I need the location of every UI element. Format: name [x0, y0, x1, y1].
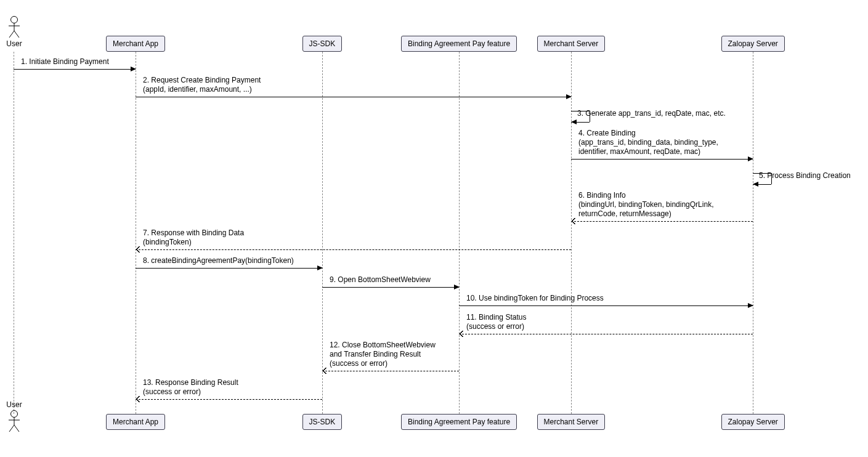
message-label-6: 6. Binding Info (bindingUrl, bindingToke… [578, 191, 713, 219]
message-label-1: 1. Initiate Binding Payment [21, 57, 109, 67]
participant-binding_feature: Binding Agreement Pay feature [401, 414, 517, 430]
lifeline-zalopay_server [753, 52, 753, 414]
participant-zalopay_server: Zalopay Server [721, 414, 785, 430]
message-label-12: 12. Close BottomSheetWebview and Transfe… [330, 341, 436, 368]
svg-line-4 [14, 31, 19, 38]
message-7 [136, 249, 571, 250]
message-9 [322, 287, 459, 288]
lifeline-merchant_server [571, 52, 572, 414]
message-1 [14, 69, 136, 70]
message-12 [322, 371, 459, 371]
lifeline-merchant_app [136, 52, 136, 414]
lifeline-js_sdk [322, 52, 323, 414]
message-label-8: 8. createBindingAgreementPay(bindingToke… [143, 256, 294, 265]
svg-line-8 [9, 425, 14, 432]
lifeline-user [14, 52, 14, 414]
message-6 [571, 221, 753, 222]
actor-label: User [0, 39, 40, 48]
actor-user: User [7, 410, 22, 432]
message-label-11: 11. Binding Status (success or error) [466, 313, 526, 331]
message-8 [136, 268, 322, 269]
participant-binding_feature: Binding Agreement Pay feature [401, 36, 517, 52]
svg-point-5 [11, 411, 18, 418]
svg-point-0 [11, 17, 18, 23]
lifeline-binding_feature [459, 52, 460, 414]
message-13 [136, 399, 322, 400]
message-label-7: 7. Response with Binding Data (bindingTo… [143, 228, 244, 247]
message-label-10: 10. Use bindingToken for Binding Process [466, 294, 604, 303]
message-label-4: 4. Create Binding (app_trans_id, binding… [578, 129, 718, 156]
message-label-9: 9. Open BottomSheetWebview [330, 275, 431, 285]
actor-user: User [7, 16, 22, 38]
sequence-diagram: UserMerchant AppJS-SDKBinding Agreement … [0, 0, 868, 457]
message-2 [136, 97, 571, 97]
participant-merchant_app: Merchant App [106, 36, 165, 52]
participant-js_sdk: JS-SDK [302, 36, 343, 52]
svg-line-9 [14, 425, 19, 432]
participant-merchant_server: Merchant Server [537, 414, 606, 430]
message-label-3: 3. Generate app_trans_id, reqDate, mac, … [577, 109, 726, 118]
svg-line-3 [9, 31, 14, 38]
message-label-13: 13. Response Binding Result (success or … [143, 378, 238, 397]
participant-merchant_server: Merchant Server [537, 36, 606, 52]
message-11 [459, 334, 753, 334]
message-label-2: 2. Request Create Binding Payment (appId… [143, 76, 261, 94]
actor-label: User [0, 400, 40, 409]
participant-merchant_app: Merchant App [106, 414, 165, 430]
message-4 [571, 159, 753, 160]
participant-js_sdk: JS-SDK [302, 414, 343, 430]
participant-zalopay_server: Zalopay Server [721, 36, 785, 52]
message-label-5: 5. Process Binding Creation [759, 171, 851, 180]
message-10 [459, 305, 753, 306]
